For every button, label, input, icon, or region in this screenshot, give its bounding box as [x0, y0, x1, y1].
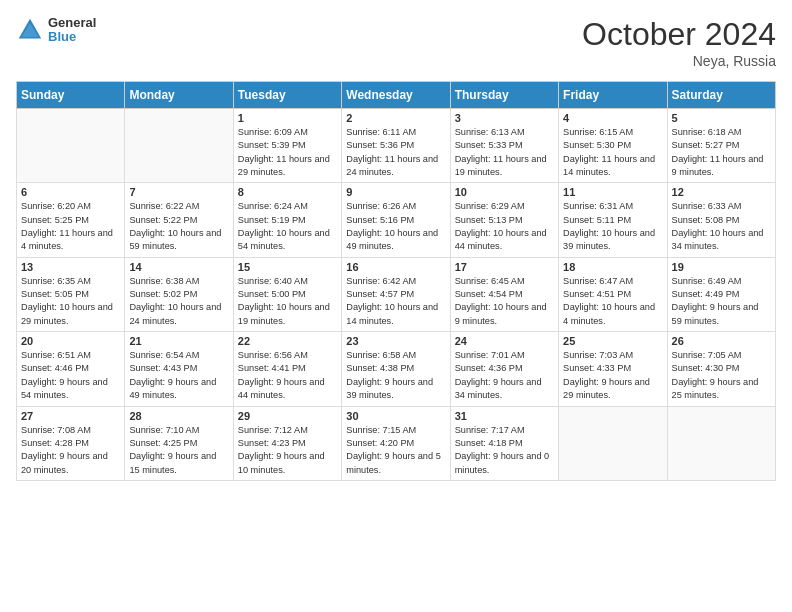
day-info: Sunrise: 6:56 AM Sunset: 4:41 PM Dayligh… [238, 349, 337, 402]
day-number: 20 [21, 335, 120, 347]
calendar-day-cell: 21Sunrise: 6:54 AM Sunset: 4:43 PM Dayli… [125, 332, 233, 406]
day-number: 10 [455, 186, 554, 198]
day-info: Sunrise: 6:18 AM Sunset: 5:27 PM Dayligh… [672, 126, 771, 179]
day-info: Sunrise: 6:49 AM Sunset: 4:49 PM Dayligh… [672, 275, 771, 328]
day-number: 6 [21, 186, 120, 198]
day-number: 19 [672, 261, 771, 273]
day-of-week-header: Wednesday [342, 82, 450, 109]
day-number: 4 [563, 112, 662, 124]
day-info: Sunrise: 6:26 AM Sunset: 5:16 PM Dayligh… [346, 200, 445, 253]
calendar-day-cell: 3Sunrise: 6:13 AM Sunset: 5:33 PM Daylig… [450, 109, 558, 183]
title-block: October 2024 Neya, Russia [582, 16, 776, 69]
day-number: 8 [238, 186, 337, 198]
day-info: Sunrise: 6:31 AM Sunset: 5:11 PM Dayligh… [563, 200, 662, 253]
day-number: 23 [346, 335, 445, 347]
day-info: Sunrise: 7:10 AM Sunset: 4:25 PM Dayligh… [129, 424, 228, 477]
day-number: 18 [563, 261, 662, 273]
calendar-day-cell: 6Sunrise: 6:20 AM Sunset: 5:25 PM Daylig… [17, 183, 125, 257]
calendar-day-cell [667, 406, 775, 480]
day-info: Sunrise: 6:40 AM Sunset: 5:00 PM Dayligh… [238, 275, 337, 328]
calendar-day-cell: 10Sunrise: 6:29 AM Sunset: 5:13 PM Dayli… [450, 183, 558, 257]
calendar-day-cell [125, 109, 233, 183]
day-number: 16 [346, 261, 445, 273]
calendar-day-cell: 24Sunrise: 7:01 AM Sunset: 4:36 PM Dayli… [450, 332, 558, 406]
day-info: Sunrise: 6:22 AM Sunset: 5:22 PM Dayligh… [129, 200, 228, 253]
calendar-day-cell: 27Sunrise: 7:08 AM Sunset: 4:28 PM Dayli… [17, 406, 125, 480]
calendar-day-cell: 4Sunrise: 6:15 AM Sunset: 5:30 PM Daylig… [559, 109, 667, 183]
calendar-day-cell: 18Sunrise: 6:47 AM Sunset: 4:51 PM Dayli… [559, 257, 667, 331]
day-number: 31 [455, 410, 554, 422]
day-number: 30 [346, 410, 445, 422]
day-number: 11 [563, 186, 662, 198]
calendar-table: SundayMondayTuesdayWednesdayThursdayFrid… [16, 81, 776, 481]
calendar-day-cell: 17Sunrise: 6:45 AM Sunset: 4:54 PM Dayli… [450, 257, 558, 331]
calendar-day-cell [17, 109, 125, 183]
logo-line2: Blue [48, 30, 96, 44]
calendar-day-cell: 25Sunrise: 7:03 AM Sunset: 4:33 PM Dayli… [559, 332, 667, 406]
day-of-week-header: Monday [125, 82, 233, 109]
calendar-week-row: 27Sunrise: 7:08 AM Sunset: 4:28 PM Dayli… [17, 406, 776, 480]
logo-line1: General [48, 16, 96, 30]
day-info: Sunrise: 7:12 AM Sunset: 4:23 PM Dayligh… [238, 424, 337, 477]
calendar-week-row: 1Sunrise: 6:09 AM Sunset: 5:39 PM Daylig… [17, 109, 776, 183]
day-info: Sunrise: 6:33 AM Sunset: 5:08 PM Dayligh… [672, 200, 771, 253]
page-header: General Blue October 2024 Neya, Russia [16, 16, 776, 69]
calendar-day-cell: 7Sunrise: 6:22 AM Sunset: 5:22 PM Daylig… [125, 183, 233, 257]
calendar-header-row: SundayMondayTuesdayWednesdayThursdayFrid… [17, 82, 776, 109]
day-number: 22 [238, 335, 337, 347]
day-number: 29 [238, 410, 337, 422]
calendar-day-cell: 5Sunrise: 6:18 AM Sunset: 5:27 PM Daylig… [667, 109, 775, 183]
day-number: 24 [455, 335, 554, 347]
day-number: 9 [346, 186, 445, 198]
calendar-day-cell: 1Sunrise: 6:09 AM Sunset: 5:39 PM Daylig… [233, 109, 341, 183]
calendar-day-cell: 23Sunrise: 6:58 AM Sunset: 4:38 PM Dayli… [342, 332, 450, 406]
calendar-day-cell: 22Sunrise: 6:56 AM Sunset: 4:41 PM Dayli… [233, 332, 341, 406]
day-number: 7 [129, 186, 228, 198]
day-number: 5 [672, 112, 771, 124]
day-number: 13 [21, 261, 120, 273]
day-info: Sunrise: 6:35 AM Sunset: 5:05 PM Dayligh… [21, 275, 120, 328]
day-number: 3 [455, 112, 554, 124]
day-info: Sunrise: 7:03 AM Sunset: 4:33 PM Dayligh… [563, 349, 662, 402]
logo-icon [16, 16, 44, 44]
calendar-day-cell: 13Sunrise: 6:35 AM Sunset: 5:05 PM Dayli… [17, 257, 125, 331]
calendar-day-cell: 19Sunrise: 6:49 AM Sunset: 4:49 PM Dayli… [667, 257, 775, 331]
day-number: 15 [238, 261, 337, 273]
day-info: Sunrise: 6:47 AM Sunset: 4:51 PM Dayligh… [563, 275, 662, 328]
day-info: Sunrise: 6:09 AM Sunset: 5:39 PM Dayligh… [238, 126, 337, 179]
day-info: Sunrise: 6:29 AM Sunset: 5:13 PM Dayligh… [455, 200, 554, 253]
day-number: 21 [129, 335, 228, 347]
calendar-day-cell: 2Sunrise: 6:11 AM Sunset: 5:36 PM Daylig… [342, 109, 450, 183]
calendar-day-cell: 15Sunrise: 6:40 AM Sunset: 5:00 PM Dayli… [233, 257, 341, 331]
calendar-week-row: 6Sunrise: 6:20 AM Sunset: 5:25 PM Daylig… [17, 183, 776, 257]
calendar-day-cell: 20Sunrise: 6:51 AM Sunset: 4:46 PM Dayli… [17, 332, 125, 406]
calendar-day-cell: 28Sunrise: 7:10 AM Sunset: 4:25 PM Dayli… [125, 406, 233, 480]
calendar-day-cell: 31Sunrise: 7:17 AM Sunset: 4:18 PM Dayli… [450, 406, 558, 480]
day-info: Sunrise: 6:51 AM Sunset: 4:46 PM Dayligh… [21, 349, 120, 402]
day-info: Sunrise: 7:05 AM Sunset: 4:30 PM Dayligh… [672, 349, 771, 402]
day-of-week-header: Saturday [667, 82, 775, 109]
day-number: 28 [129, 410, 228, 422]
calendar-week-row: 13Sunrise: 6:35 AM Sunset: 5:05 PM Dayli… [17, 257, 776, 331]
day-info: Sunrise: 7:08 AM Sunset: 4:28 PM Dayligh… [21, 424, 120, 477]
day-info: Sunrise: 6:45 AM Sunset: 4:54 PM Dayligh… [455, 275, 554, 328]
day-info: Sunrise: 6:11 AM Sunset: 5:36 PM Dayligh… [346, 126, 445, 179]
day-info: Sunrise: 6:54 AM Sunset: 4:43 PM Dayligh… [129, 349, 228, 402]
day-number: 27 [21, 410, 120, 422]
calendar-day-cell: 16Sunrise: 6:42 AM Sunset: 4:57 PM Dayli… [342, 257, 450, 331]
day-of-week-header: Sunday [17, 82, 125, 109]
calendar-day-cell [559, 406, 667, 480]
day-info: Sunrise: 7:17 AM Sunset: 4:18 PM Dayligh… [455, 424, 554, 477]
day-info: Sunrise: 6:24 AM Sunset: 5:19 PM Dayligh… [238, 200, 337, 253]
day-number: 17 [455, 261, 554, 273]
calendar-day-cell: 8Sunrise: 6:24 AM Sunset: 5:19 PM Daylig… [233, 183, 341, 257]
day-info: Sunrise: 7:15 AM Sunset: 4:20 PM Dayligh… [346, 424, 445, 477]
day-info: Sunrise: 6:15 AM Sunset: 5:30 PM Dayligh… [563, 126, 662, 179]
day-info: Sunrise: 6:42 AM Sunset: 4:57 PM Dayligh… [346, 275, 445, 328]
day-info: Sunrise: 7:01 AM Sunset: 4:36 PM Dayligh… [455, 349, 554, 402]
day-of-week-header: Thursday [450, 82, 558, 109]
logo-text: General Blue [48, 16, 96, 45]
day-number: 2 [346, 112, 445, 124]
day-number: 26 [672, 335, 771, 347]
day-number: 14 [129, 261, 228, 273]
